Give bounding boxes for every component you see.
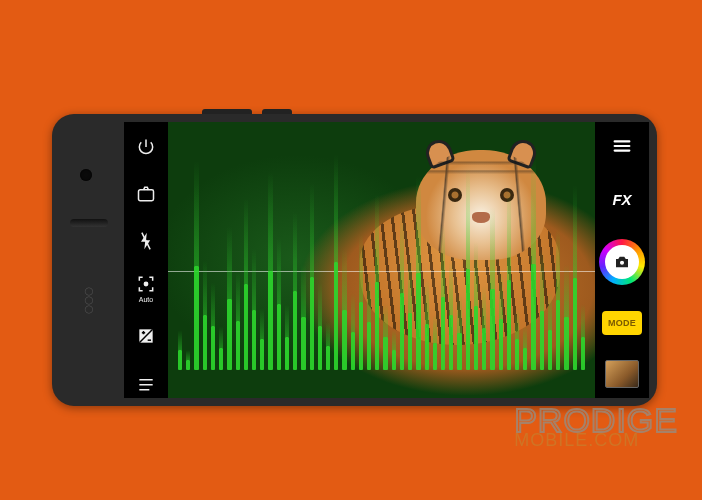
audio-bar <box>392 350 396 370</box>
camera-viewfinder[interactable] <box>168 122 595 398</box>
audio-bar <box>433 343 437 371</box>
camera-icon <box>613 253 631 271</box>
audio-bar <box>556 300 560 370</box>
audio-level-graph <box>178 260 585 370</box>
audio-bar <box>318 326 322 370</box>
watermark: PRODIGE MOBILE.COM <box>514 406 678 448</box>
focus-icon <box>136 274 156 294</box>
phone-hardware-button <box>262 109 292 114</box>
audio-bar <box>359 302 363 370</box>
svg-rect-0 <box>139 190 154 201</box>
audio-bar <box>490 289 494 370</box>
audio-bar <box>219 348 223 370</box>
camera-switch-icon <box>136 184 156 204</box>
audio-bar <box>293 291 297 370</box>
mode-button[interactable]: MODE <box>602 311 642 335</box>
audio-bar <box>482 328 486 370</box>
phone-hardware-button <box>202 109 252 114</box>
audio-bar <box>515 339 519 370</box>
power-icon <box>136 137 156 157</box>
mode-label: MODE <box>608 318 636 328</box>
exposure-button[interactable] <box>131 321 161 350</box>
audio-bar <box>523 348 527 370</box>
audio-bar <box>416 273 420 370</box>
front-camera-dot <box>80 169 92 181</box>
left-toolbar: Auto <box>124 122 168 398</box>
audio-bar <box>531 264 535 370</box>
gallery-thumbnail[interactable] <box>605 360 639 388</box>
power-button[interactable] <box>131 132 161 161</box>
audio-bar <box>449 315 453 370</box>
audio-bar <box>408 313 412 370</box>
audio-bar <box>342 310 346 371</box>
right-toolbar: FX MODE <box>595 122 649 398</box>
svg-point-3 <box>619 260 624 265</box>
audio-bar <box>277 304 281 370</box>
audio-bar <box>581 337 585 370</box>
audio-bar <box>375 282 379 370</box>
svg-point-1 <box>144 282 147 285</box>
camera-app-screen: Auto FX MODE <box>124 122 649 398</box>
audio-bar <box>573 278 577 370</box>
audio-bar <box>252 310 256 371</box>
audio-bar <box>540 311 544 370</box>
audio-bar <box>186 360 190 370</box>
phone-logo: ◯◯◯ <box>72 284 104 316</box>
audio-bar <box>474 306 478 370</box>
focus-mode-button[interactable]: Auto <box>131 274 161 303</box>
audio-bar <box>326 346 330 370</box>
exposure-icon <box>136 326 156 346</box>
phone-frame: ◯◯◯ <box>52 114 657 406</box>
audio-bar <box>211 326 215 370</box>
audio-bar <box>564 317 568 370</box>
audio-bar <box>203 315 207 370</box>
audio-bar <box>301 317 305 370</box>
audio-bar <box>548 330 552 370</box>
menu-button[interactable] <box>604 132 640 160</box>
audio-bar <box>367 322 371 370</box>
switch-camera-button[interactable] <box>131 179 161 208</box>
phone-bezel: ◯◯◯ <box>52 114 124 406</box>
audio-bar <box>499 319 503 370</box>
audio-bar <box>268 271 272 370</box>
sliders-icon <box>136 373 156 393</box>
audio-bar <box>457 333 461 370</box>
audio-bar <box>285 337 289 370</box>
watermark-line1: PRODIGE <box>514 406 678 435</box>
audio-bar <box>351 332 355 371</box>
audio-bar <box>334 262 338 370</box>
audio-bar <box>441 297 445 370</box>
focus-mode-label: Auto <box>139 296 153 303</box>
watermark-line2: MOBILE.COM <box>514 433 678 448</box>
audio-bar <box>310 277 314 371</box>
audio-bar <box>194 266 198 371</box>
audio-bar <box>178 350 182 370</box>
hamburger-icon <box>611 135 633 157</box>
audio-bar <box>244 284 248 370</box>
flash-button[interactable] <box>131 227 161 256</box>
audio-bar <box>425 324 429 370</box>
phone-speaker <box>70 219 108 227</box>
fx-button[interactable]: FX <box>604 186 640 214</box>
audio-bar <box>383 337 387 370</box>
audio-bar <box>260 339 264 370</box>
audio-bar <box>227 299 231 371</box>
fx-label: FX <box>612 191 631 208</box>
subject-tiger <box>416 150 546 260</box>
audio-bar <box>400 293 404 370</box>
audio-bar <box>236 321 240 371</box>
audio-bar <box>507 280 511 370</box>
flash-off-icon <box>136 231 156 251</box>
shutter-button[interactable] <box>599 239 645 285</box>
shutter-inner <box>605 245 639 279</box>
audio-bar <box>466 269 470 370</box>
adjustments-button[interactable] <box>131 369 161 398</box>
